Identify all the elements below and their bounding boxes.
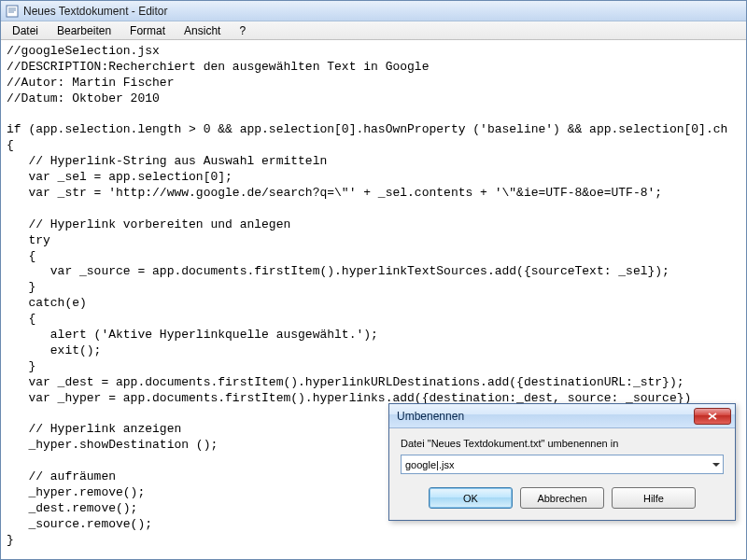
rename-label: Datei "Neues Textdokument.txt" umbenenne… [401, 438, 724, 449]
dialog-title: Umbenennen [397, 410, 464, 423]
close-button[interactable] [694, 408, 731, 425]
ok-button[interactable]: OK [429, 487, 513, 509]
rename-dialog: Umbenennen Datei "Neues Textdokument.txt… [388, 403, 736, 521]
close-icon [708, 413, 717, 420]
cancel-button[interactable]: Abbrechen [520, 487, 604, 509]
dialog-button-row: OK Abbrechen Hilfe [401, 487, 724, 509]
dialog-body: Datei "Neues Textdokument.txt" umbenenne… [389, 428, 735, 520]
titlebar[interactable]: Neues Textdokument - Editor [1, 1, 746, 21]
filename-combo [401, 455, 724, 474]
app-icon [5, 4, 20, 19]
menu-format[interactable]: Format [120, 22, 175, 39]
window-title: Neues Textdokument - Editor [23, 5, 168, 18]
help-button[interactable]: Hilfe [612, 487, 696, 509]
svg-rect-0 [7, 6, 18, 17]
menu-edit[interactable]: Bearbeiten [48, 22, 120, 39]
menu-help[interactable]: ? [230, 22, 255, 39]
dialog-titlebar[interactable]: Umbenennen [389, 404, 735, 428]
menu-file[interactable]: Datei [3, 22, 48, 39]
menubar: Datei Bearbeiten Format Ansicht ? [1, 21, 746, 40]
filename-input[interactable] [401, 455, 724, 474]
menu-view[interactable]: Ansicht [175, 22, 230, 39]
